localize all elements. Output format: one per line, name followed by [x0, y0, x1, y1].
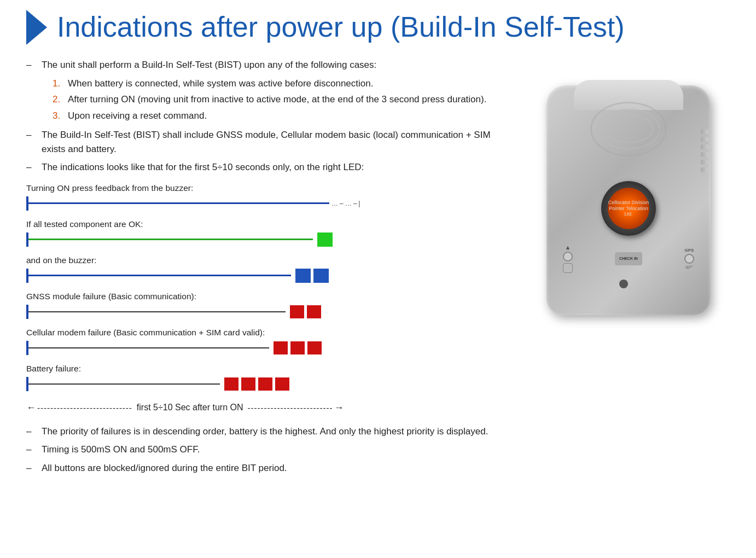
device-alarm-btn: [563, 263, 573, 273]
bullet-text-2: The Build-In Self-Test (BIST) shall incl…: [42, 128, 511, 156]
bullet-text-3: The indications looks like that for the …: [42, 160, 511, 175]
device-bottom-port: [619, 280, 628, 288]
device-gps-area: GPS ꝏ¹°: [684, 248, 694, 270]
sub-text-1: When battery is connected, while system …: [68, 77, 511, 91]
horiz-line-3: [28, 311, 286, 312]
device-ridges: [590, 102, 667, 156]
bullet-text-1: The unit shall perform a Build-In Self-T…: [42, 58, 511, 72]
bullet-dash-2: –: [26, 128, 38, 142]
gps-freq-label: ꝏ¹°: [685, 265, 693, 270]
device-alarm-led: [563, 252, 573, 261]
device-checkin-area: CHECK IN: [615, 252, 642, 265]
gps-label: GPS: [685, 248, 694, 253]
footer-dash-2: –: [26, 443, 38, 457]
device-illustration: Cellocator Division Pointer Telocation L…: [536, 69, 722, 353]
bullet-dash-1: –: [26, 58, 38, 72]
device-gps-led: [684, 254, 694, 264]
led-red-2: [307, 305, 321, 318]
checkin-label: CHECK IN: [619, 257, 638, 260]
all-ok-bar: [26, 231, 511, 248]
bullet-section-1: – The unit shall perform a Build-In Self…: [26, 58, 511, 123]
sub-list-1: 1. When battery is connected, while syst…: [53, 77, 511, 123]
device-power-button-inner[interactable]: Cellocator Division Pointer Telocation L…: [608, 188, 649, 229]
dots-end: …–…–|: [332, 200, 362, 207]
right-column: Cellocator Division Pointer Telocation L…: [527, 58, 730, 479]
device-brand-text: Cellocator Division Pointer Telocation L…: [608, 200, 649, 217]
buzzer2-label: and on the buzzer:: [26, 255, 511, 265]
battery-label: Battery failure:: [26, 364, 511, 374]
gnss-label: GNSS module failure (Basic communication…: [26, 292, 511, 301]
battery-bar: [26, 376, 511, 392]
sub-num-1: 1.: [53, 77, 68, 91]
horiz-line-2: [28, 275, 291, 276]
timeline-row: ← ----------------------------- first 5÷…: [26, 402, 511, 414]
cellular-bar: [26, 340, 511, 356]
led-red-9: [275, 377, 289, 391]
arrow-left-icon: ←: [26, 402, 36, 414]
sub-num-3: 3.: [53, 109, 68, 123]
sub-item-3: 3. Upon receiving a reset command.: [53, 109, 511, 123]
led-red-1: [290, 305, 304, 318]
buzzer-label: Turning ON press feedback from the buzze…: [26, 183, 511, 193]
header-arrow-icon: [26, 10, 47, 45]
led-red-7: [241, 377, 255, 391]
arrow-right-icon: →: [334, 402, 344, 414]
brand-line2: Pointer Telocation Ltd.: [609, 206, 648, 217]
led-red-3: [274, 341, 288, 354]
device-controls-row: ▲ CHECK IN GPS: [563, 244, 694, 273]
footer-bullets: – The priority of failures is in descend…: [26, 425, 511, 475]
header: Indications after power up (Build-In Sel…: [26, 10, 730, 45]
page: Indications after power up (Build-In Sel…: [0, 0, 756, 558]
sub-text-3: Upon receiving a reset command.: [68, 109, 511, 123]
gnss-bar: [26, 304, 511, 320]
footer-text-2: Timing is 500mS ON and 500mS OFF.: [42, 443, 511, 457]
footer-dash-1: –: [26, 425, 38, 439]
led-red-6: [224, 377, 239, 391]
sub-item-2: 2. After turning ON (moving unit from in…: [53, 92, 511, 107]
bullet-dash-3: –: [26, 160, 38, 175]
led-blue-1: [295, 269, 311, 283]
device-side-ridges: [701, 129, 708, 172]
sub-item-1: 1. When battery is connected, while syst…: [53, 77, 511, 91]
led-blue-2: [313, 269, 329, 283]
footer-bullet-1: – The priority of failures is in descend…: [26, 425, 511, 439]
device-body: Cellocator Division Pointer Telocation L…: [546, 85, 711, 315]
bullet-item-1: – The unit shall perform a Build-In Self…: [26, 58, 511, 72]
led-red-8: [258, 377, 272, 391]
alarm-icon: ▲: [565, 244, 571, 251]
led-green-1: [317, 233, 333, 247]
left-column: – The unit shall perform a Build-In Self…: [26, 58, 527, 479]
device-checkin-btn[interactable]: CHECK IN: [615, 252, 642, 265]
brand-line1: Cellocator Division: [608, 200, 649, 205]
indicator-section: Turning ON press feedback from the buzze…: [26, 183, 511, 392]
bullet-item-2: – The Build-In Self-Test (BIST) shall in…: [26, 128, 511, 156]
led-red-4: [290, 341, 305, 354]
footer-dash-3: –: [26, 461, 38, 475]
bullet-item-3: – The indications looks like that for th…: [26, 160, 511, 175]
content-area: – The unit shall perform a Build-In Self…: [26, 58, 730, 479]
horiz-line-green-1: [28, 239, 313, 240]
sub-text-2: After turning ON (moving unit from inact…: [68, 92, 511, 107]
footer-bullet-3: – All buttons are blocked/ignored during…: [26, 461, 511, 475]
footer-text-1: The priority of failures is in descendin…: [42, 425, 511, 439]
buzzer-bar: …–…–|: [26, 195, 511, 212]
horiz-line-5: [28, 383, 220, 385]
sub-num-2: 2.: [53, 92, 68, 107]
page-title: Indications after power up (Build-In Sel…: [57, 11, 625, 43]
footer-text-3: All buttons are blocked/ignored during t…: [42, 461, 511, 475]
device-power-button-outer[interactable]: Cellocator Division Pointer Telocation L…: [601, 181, 656, 236]
horiz-line-1: [28, 202, 329, 204]
device-alarm-area: ▲: [563, 244, 573, 273]
footer-bullet-2: – Timing is 500mS ON and 500mS OFF.: [26, 443, 511, 457]
horiz-line-4: [28, 347, 269, 348]
timeline-text: first 5÷10 Sec after turn ON: [132, 403, 248, 412]
led-red-5: [307, 341, 322, 354]
cellular-label: Cellular modem failure (Basic communicat…: [26, 328, 511, 338]
buzzer2-bar: [26, 268, 511, 284]
all-ok-label: If all tested component are OK:: [26, 219, 511, 229]
